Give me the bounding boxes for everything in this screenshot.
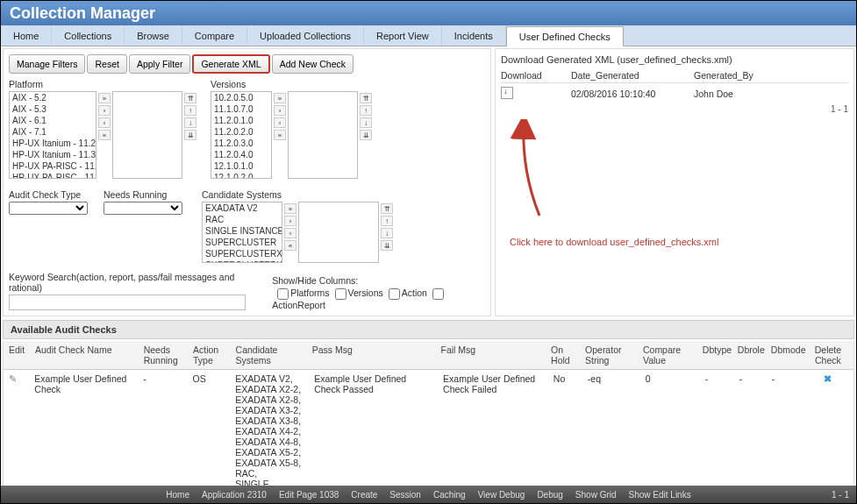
- delete-row-icon[interactable]: ✖: [824, 373, 832, 384]
- list-item[interactable]: AIX - 5.2: [10, 92, 96, 103]
- col-fail: Fail Msg: [435, 341, 546, 369]
- footer-link-show-grid[interactable]: Show Grid: [575, 490, 617, 500]
- move-left-icon[interactable]: ‹: [98, 117, 111, 128]
- candidate-listbox[interactable]: EXADATA V2RACSINGLE INSTANCESUPERCLUSTER…: [202, 202, 282, 263]
- footer-link-view-debug[interactable]: View Debug: [478, 490, 525, 500]
- dev-toolbar: HomeApplication 2310Edit Page 1038Create…: [1, 486, 856, 503]
- footer-link-create[interactable]: Create: [351, 490, 377, 500]
- download-file-icon[interactable]: [501, 87, 513, 99]
- cell-dbm: -: [767, 370, 803, 504]
- footer-link-caching[interactable]: Caching: [433, 490, 466, 500]
- tab-report-view[interactable]: Report View: [364, 25, 442, 46]
- audit-checks-grid: Edit Audit Check Name Needs Running Acti…: [3, 341, 854, 504]
- list-item[interactable]: AIX - 7.1: [10, 126, 96, 138]
- move-up-icon[interactable]: ↑: [360, 105, 372, 116]
- move-top-icon[interactable]: ⇈: [184, 93, 196, 103]
- move-top-icon[interactable]: ⇈: [381, 203, 393, 214]
- showhide-versions[interactable]: [335, 288, 346, 300]
- needs-running-label: Needs Running: [104, 189, 182, 200]
- tab-browse[interactable]: Browse: [125, 25, 182, 46]
- versions-selected-listbox[interactable]: [288, 91, 358, 179]
- list-item[interactable]: 11.2.0.4.0: [211, 149, 271, 160]
- cell-dbt: -: [700, 370, 734, 504]
- footer-link-home[interactable]: Home: [166, 490, 189, 500]
- list-item[interactable]: 10.2.0.5.0: [211, 92, 271, 103]
- move-right-icon[interactable]: ›: [98, 105, 111, 116]
- list-item[interactable]: EXADATA V2: [203, 202, 282, 214]
- candidate-order-buttons: ⇈ ↑ ↓ ⇊: [381, 202, 393, 263]
- footer-link-show-edit-links[interactable]: Show Edit Links: [629, 490, 691, 500]
- col-action: Action Type: [188, 341, 231, 369]
- tab-collections[interactable]: Collections: [52, 25, 125, 46]
- audit-check-type-select[interactable]: [9, 202, 88, 215]
- move-all-right-icon[interactable]: »: [98, 93, 111, 103]
- generate-xml-button[interactable]: Generate XML: [192, 54, 269, 74]
- list-item[interactable]: 12.1.0.2.0: [211, 172, 271, 179]
- footer-link-edit-page-1038[interactable]: Edit Page 1038: [279, 490, 339, 500]
- move-bottom-icon[interactable]: ⇊: [381, 240, 393, 251]
- candidate-selected-listbox[interactable]: [298, 202, 379, 263]
- reset-button[interactable]: Reset: [87, 54, 126, 74]
- list-item[interactable]: AIX - 6.1: [10, 115, 96, 126]
- list-item[interactable]: SUPERCLUSTERX3-2: [203, 248, 282, 259]
- platform-listbox[interactable]: AIX - 5.2AIX - 5.3AIX - 6.1AIX - 7.1HP-U…: [9, 91, 96, 179]
- versions-label: Versions: [211, 79, 372, 89]
- move-down-icon[interactable]: ↓: [381, 228, 393, 238]
- tab-incidents[interactable]: Incidents: [442, 25, 506, 46]
- list-item[interactable]: 11.1.0.7.0: [211, 103, 271, 115]
- available-checks-title: Available Audit Checks: [3, 320, 854, 339]
- move-down-icon[interactable]: ↓: [184, 117, 196, 128]
- download-panel-title: Download Generated XML (user_defined_che…: [501, 54, 848, 65]
- list-item[interactable]: 11.2.0.1.0: [211, 115, 271, 126]
- manage-filters-button[interactable]: Manage Filters: [9, 54, 85, 74]
- list-item[interactable]: SUPERCLUSTER: [203, 237, 282, 248]
- tab-compare[interactable]: Compare: [182, 25, 247, 46]
- keyword-search-input[interactable]: [9, 295, 246, 310]
- edit-row-icon[interactable]: ✎: [9, 373, 17, 384]
- needs-running-select[interactable]: [104, 202, 182, 215]
- versions-listbox[interactable]: 10.2.0.5.011.1.0.7.011.2.0.1.011.2.0.2.0…: [211, 91, 272, 179]
- move-up-icon[interactable]: ↑: [184, 105, 196, 116]
- list-item[interactable]: HP-UX Itanium - 11.23: [10, 138, 96, 149]
- move-down-icon[interactable]: ↓: [360, 117, 372, 128]
- tab-bar: HomeCollectionsBrowseCompareUploaded Col…: [1, 25, 856, 46]
- move-left-icon[interactable]: ‹: [284, 228, 296, 238]
- showhide-platforms[interactable]: [277, 288, 289, 300]
- move-right-icon[interactable]: ›: [284, 216, 296, 226]
- move-right-icon[interactable]: ›: [274, 105, 286, 116]
- col-candidate: Candidate Systems: [231, 341, 307, 369]
- tab-user-defined-checks[interactable]: User Defined Checks: [506, 26, 624, 46]
- move-all-left-icon[interactable]: «: [98, 130, 111, 140]
- move-all-right-icon[interactable]: »: [284, 203, 296, 214]
- col-hold: On Hold: [546, 341, 580, 369]
- footer-link-application-2310[interactable]: Application 2310: [202, 490, 267, 500]
- list-item[interactable]: HP-UX Itanium - 11.31: [10, 149, 96, 160]
- list-item[interactable]: SUPERCLUSTERX4-2: [203, 259, 282, 263]
- move-left-icon[interactable]: ‹: [274, 117, 286, 128]
- list-item[interactable]: RAC: [203, 214, 282, 225]
- tab-uploaded-collections[interactable]: Uploaded Collections: [247, 25, 364, 46]
- download-header: Download: [501, 70, 553, 81]
- showhide-actionreport[interactable]: [432, 288, 444, 300]
- move-all-left-icon[interactable]: «: [274, 130, 286, 140]
- list-item[interactable]: 11.2.0.3.0: [211, 138, 271, 149]
- footer-link-debug[interactable]: Debug: [537, 490, 562, 500]
- move-top-icon[interactable]: ⇈: [360, 93, 372, 103]
- list-item[interactable]: 12.1.0.1.0: [211, 160, 271, 172]
- move-bottom-icon[interactable]: ⇊: [184, 130, 196, 140]
- footer-link-session[interactable]: Session: [389, 490, 421, 500]
- tab-home[interactable]: Home: [1, 25, 52, 46]
- list-item[interactable]: HP-UX PA-RISC - 11.23: [10, 160, 96, 172]
- add-new-check-button[interactable]: Add New Check: [272, 54, 354, 74]
- move-all-left-icon[interactable]: «: [284, 240, 296, 251]
- showhide-action[interactable]: [389, 288, 400, 300]
- apply-filter-button[interactable]: Apply Filter: [129, 54, 191, 74]
- list-item[interactable]: AIX - 5.3: [10, 103, 96, 115]
- list-item[interactable]: SINGLE INSTANCE: [203, 225, 282, 237]
- move-all-right-icon[interactable]: »: [274, 93, 286, 103]
- list-item[interactable]: 11.2.0.2.0: [211, 126, 271, 138]
- list-item[interactable]: HP-UX PA-RISC - 11.31: [10, 172, 96, 179]
- move-up-icon[interactable]: ↑: [381, 216, 393, 226]
- platform-selected-listbox[interactable]: [112, 91, 182, 179]
- move-bottom-icon[interactable]: ⇊: [360, 130, 372, 140]
